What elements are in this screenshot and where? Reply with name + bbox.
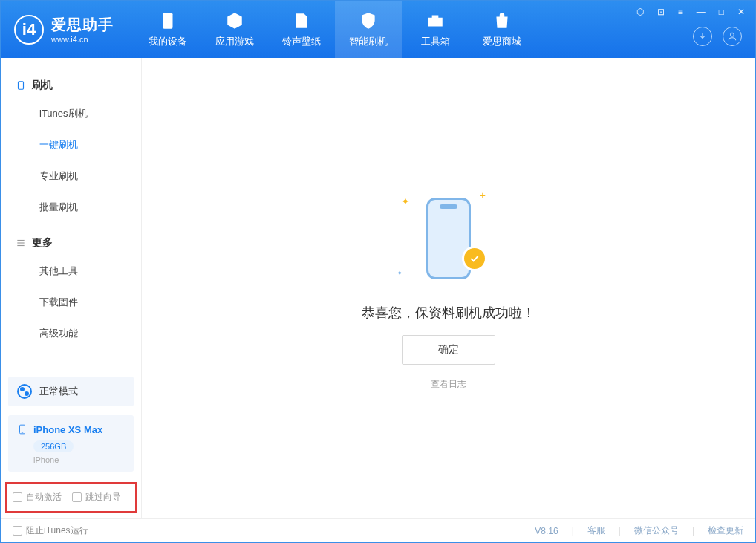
checkbox-icon (72, 492, 82, 502)
option-auto-activate[interactable]: 自动激活 (13, 491, 62, 504)
sparkle-icon: ✦ (397, 269, 403, 277)
tab-toolbox[interactable]: 工具箱 (402, 1, 469, 58)
maximize-button[interactable]: □ (719, 7, 724, 17)
device-name-row: iPhone XS Max (17, 423, 125, 436)
sidebar-item-batch-flash[interactable]: 批量刷机 (1, 192, 141, 223)
phone-illustration (426, 198, 471, 279)
footer-right: V8.16 | 客服 | 微信公众号 | 检查更新 (535, 524, 743, 537)
group-title-text: 刷机 (32, 79, 53, 92)
main-content: ✦ + ✦ 恭喜您，保资料刷机成功啦！ 确定 查看日志 (142, 58, 755, 518)
tab-store[interactable]: 爱思商城 (469, 1, 535, 58)
mode-label: 正常模式 (39, 385, 78, 398)
connected-device[interactable]: iPhone XS Max 256GB iPhone (8, 415, 134, 472)
sidebar-group-flash: 刷机 iTunes刷机 一键刷机 专业刷机 批量刷机 (1, 65, 141, 223)
logo-icon: i4 (14, 15, 44, 45)
tshirt-icon[interactable]: ⬡ (636, 7, 644, 17)
bag-icon (492, 11, 512, 30)
title-bar: i4 爱思助手 www.i4.cn 我的设备 应用游戏 铃声壁纸 智能刷机 工具… (1, 1, 755, 58)
confirm-button[interactable]: 确定 (402, 335, 495, 365)
menu-icon[interactable]: ≡ (678, 7, 683, 17)
sidebar-item-advanced[interactable]: 高级功能 (1, 318, 141, 349)
phone-outline-icon (17, 423, 27, 436)
status-bar: 阻止iTunes运行 V8.16 | 客服 | 微信公众号 | 检查更新 (1, 518, 755, 542)
sidebar-group-more: 更多 其他工具 下载固件 高级功能 (1, 223, 141, 349)
phone-icon (158, 11, 177, 30)
footer-link-update[interactable]: 检查更新 (708, 524, 743, 537)
minimize-button[interactable]: — (697, 7, 706, 17)
checkbox-icon (13, 492, 22, 502)
group-title-text: 更多 (32, 236, 53, 250)
sidebar-item-itunes-flash[interactable]: iTunes刷机 (1, 98, 141, 129)
success-message: 恭喜您，保资料刷机成功啦！ (362, 304, 535, 322)
app-logo: i4 爱思助手 www.i4.cn (1, 15, 127, 45)
list-icon (16, 238, 26, 248)
option-label: 跳过向导 (85, 491, 121, 504)
separator: | (692, 526, 694, 536)
separator: | (619, 526, 621, 536)
logo-text: 爱思助手 www.i4.cn (51, 15, 114, 44)
sparkle-icon: + (480, 189, 486, 201)
tab-label: 铃声壁纸 (282, 35, 321, 48)
sidebar-title-more: 更多 (1, 230, 141, 256)
footer-link-wechat[interactable]: 微信公众号 (634, 524, 679, 537)
checkmark-badge-icon (462, 246, 487, 271)
version-label: V8.16 (535, 526, 558, 536)
shield-refresh-icon (359, 11, 378, 30)
option-skip-guide[interactable]: 跳过向导 (72, 491, 121, 504)
option-block-itunes[interactable]: 阻止iTunes运行 (13, 524, 88, 537)
option-label: 自动激活 (26, 491, 62, 504)
tab-label: 工具箱 (421, 35, 450, 48)
mode-indicator[interactable]: 正常模式 (8, 377, 134, 406)
body: 刷机 iTunes刷机 一键刷机 专业刷机 批量刷机 更多 其他工具 下载固件 … (1, 58, 755, 518)
tab-my-device[interactable]: 我的设备 (134, 1, 201, 58)
user-button[interactable] (723, 27, 742, 46)
device-name: iPhone XS Max (33, 424, 102, 435)
footer-link-support[interactable]: 客服 (587, 524, 605, 537)
svg-rect-0 (163, 13, 173, 29)
sidebar: 刷机 iTunes刷机 一键刷机 专业刷机 批量刷机 更多 其他工具 下载固件 … (1, 58, 142, 518)
tab-label: 我的设备 (149, 35, 187, 48)
device-type: iPhone (33, 455, 125, 464)
sidebar-item-oneclick-flash[interactable]: 一键刷机 (1, 129, 141, 160)
close-button[interactable]: ✕ (737, 7, 745, 17)
tab-label: 智能刷机 (349, 35, 388, 48)
sidebar-title-flash: 刷机 (1, 73, 141, 98)
svg-point-1 (731, 33, 734, 36)
toolbox-icon (426, 11, 445, 30)
mode-icon (17, 384, 32, 399)
cube-icon (225, 11, 244, 30)
sidebar-spacer (1, 349, 141, 372)
device-icon (16, 80, 26, 91)
download-button[interactable] (693, 27, 712, 46)
separator: | (572, 526, 574, 536)
tab-label: 爱思商城 (483, 35, 521, 48)
header-actions (693, 27, 742, 46)
lock-icon[interactable]: ⊡ (657, 7, 665, 17)
tab-flash[interactable]: 智能刷机 (335, 1, 402, 58)
option-label: 阻止iTunes运行 (26, 524, 88, 537)
flash-options-highlight: 自动激活 跳过向导 (5, 482, 137, 513)
app-url: www.i4.cn (51, 35, 114, 44)
main-nav: 我的设备 应用游戏 铃声壁纸 智能刷机 工具箱 爱思商城 (134, 1, 535, 58)
checkbox-icon (13, 526, 22, 536)
tab-ringtones[interactable]: 铃声壁纸 (268, 1, 335, 58)
success-illustration: ✦ + ✦ (397, 186, 501, 290)
svg-rect-2 (19, 82, 24, 90)
tab-apps-games[interactable]: 应用游戏 (201, 1, 268, 58)
tab-label: 应用游戏 (215, 35, 254, 48)
window-controls: ⬡ ⊡ ≡ — □ ✕ (626, 1, 755, 23)
music-file-icon (292, 11, 311, 30)
sparkle-icon: ✦ (401, 195, 410, 207)
sidebar-item-other-tools[interactable]: 其他工具 (1, 256, 141, 287)
sidebar-item-pro-flash[interactable]: 专业刷机 (1, 160, 141, 192)
device-capacity: 256GB (33, 440, 74, 452)
sidebar-item-download-firmware[interactable]: 下载固件 (1, 287, 141, 318)
app-name: 爱思助手 (51, 15, 114, 35)
view-log-link[interactable]: 查看日志 (431, 378, 466, 391)
